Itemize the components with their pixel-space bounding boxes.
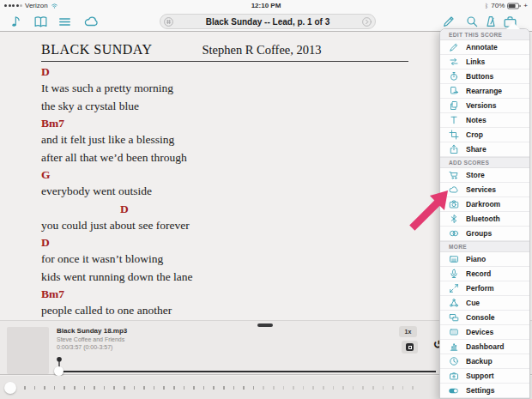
page-tick [412, 386, 414, 390]
page-tick [283, 386, 285, 390]
menu-item-label: Notes [466, 116, 487, 124]
versions-icon [448, 100, 459, 112]
page-tick [74, 386, 76, 390]
page-tick [383, 386, 384, 390]
menu-item-bluetooth[interactable]: Bluetooth [440, 212, 529, 227]
menu-item-label: Rearrange [466, 87, 502, 95]
menu-item-notes[interactable]: Notes [440, 113, 529, 128]
chevron-right-circle-icon[interactable] [361, 16, 372, 27]
menu-item-piano[interactable]: Piano [440, 252, 529, 267]
menu-section-header: ADD SCORES [440, 157, 529, 168]
cloud-icon [448, 184, 459, 196]
dashboard-icon [448, 342, 459, 353]
menu-item-groups[interactable]: Groups [440, 227, 529, 241]
menu-item-label: Store [466, 171, 485, 179]
devices-icon [448, 327, 459, 338]
menu-item-label: Crop [466, 130, 483, 139]
playback-speed-button[interactable]: 1x [399, 326, 417, 337]
menu-item-services[interactable]: Services [440, 183, 529, 197]
lyric-line: kids went running down the lane [41, 270, 408, 288]
title-bar[interactable]: Black Sunday -- Lead, p. 1 of 3 [160, 14, 376, 29]
page-tick [362, 386, 364, 390]
page-tick [203, 386, 205, 390]
page-tick [273, 386, 275, 390]
lyric-line: you could just about see forever [41, 219, 408, 237]
menu-item-backup[interactable]: Backup [440, 354, 529, 369]
menu-item-label: Darkroom [466, 200, 500, 209]
app-root: Verizon 12:10 PM ᛒ 70% + [0, 0, 532, 399]
loop-region-button[interactable] [402, 341, 418, 354]
menu-item-console[interactable]: Console [440, 311, 529, 325]
charging-indicator: + [523, 2, 528, 9]
book-icon[interactable] [33, 14, 48, 29]
menu-item-rearrange[interactable]: Rearrange [440, 84, 529, 99]
page-tick [104, 386, 106, 390]
chord-line: D [41, 65, 408, 82]
menu-item-buttons[interactable]: Buttons [440, 70, 529, 84]
page-tick [154, 386, 155, 390]
page-tick [263, 386, 264, 390]
crop-icon [448, 130, 459, 141]
search-icon[interactable] [464, 14, 480, 29]
seek-thumb[interactable] [54, 366, 63, 376]
scrubber-knob[interactable] [4, 382, 16, 394]
score-header: BLACK SUNDAY Stephen R Coffee, 2013 [41, 42, 408, 62]
rearrange-icon [448, 86, 459, 97]
song-credit: Stephen R Coffee, 2013 [202, 43, 321, 57]
menu-item-label: Bluetooth [466, 215, 500, 223]
battery-icon [507, 3, 521, 9]
menu-item-record[interactable]: Record [440, 267, 529, 281]
song-title: BLACK SUNDAY [41, 42, 152, 57]
score-page: BLACK SUNDAY Stephen R Coffee, 2013 DIt … [41, 42, 408, 322]
menu-item-support[interactable]: Support [440, 369, 529, 384]
seek-bar[interactable] [57, 371, 436, 372]
page-tick [54, 386, 56, 390]
menu-item-devices[interactable]: Devices [440, 325, 529, 340]
grid-circle-icon[interactable] [163, 16, 174, 27]
page-tick [173, 386, 175, 390]
menu-item-label: Support [466, 372, 494, 380]
menu-item-cue[interactable]: Cue [440, 296, 529, 311]
support-icon [448, 371, 459, 382]
menu-item-share[interactable]: Share [440, 142, 529, 157]
lyric-line: and it felt just like a blessing [41, 133, 408, 151]
page-tick [124, 386, 125, 390]
toggle-icon [448, 385, 459, 396]
share-icon [448, 144, 459, 155]
track-artist: Steve Coffee and Friends [57, 336, 127, 342]
drag-handle[interactable] [257, 323, 273, 327]
page-tick [402, 386, 404, 390]
menu-item-label: Perform [466, 284, 494, 293]
menu-item-versions[interactable]: Versions [440, 99, 529, 113]
menu-item-darkroom[interactable]: Darkroom [440, 197, 529, 212]
metronome-icon[interactable] [483, 14, 499, 29]
links-icon [448, 57, 459, 68]
cloud-icon[interactable] [84, 14, 100, 29]
pencil-icon[interactable] [441, 14, 456, 29]
menu-item-label: Piano [466, 255, 486, 263]
camera-icon [448, 199, 459, 210]
menu-item-crop[interactable]: Crop [440, 128, 529, 142]
menu-icon[interactable] [57, 14, 72, 29]
menu-item-perform[interactable]: Perform [440, 281, 529, 296]
signal-strength-icon [4, 4, 22, 7]
menu-item-annotate[interactable]: Annotate [440, 40, 529, 55]
menu-item-settings[interactable]: Settings [440, 384, 529, 398]
status-left: Verizon [4, 2, 58, 9]
stopwatch-icon [448, 71, 459, 82]
track-info: Black Sunday 18.mp3 Steve Coffee and Fri… [57, 327, 127, 350]
menu-item-label: Console [466, 313, 495, 322]
menu-item-dashboard[interactable]: Dashboard [440, 340, 529, 354]
note-icon[interactable] [9, 14, 24, 29]
page-tick [113, 386, 115, 390]
menu-item-label: Annotate [466, 43, 498, 51]
page-tick [293, 386, 294, 390]
menu-item-label: Record [466, 269, 491, 278]
album-art[interactable] [7, 327, 49, 374]
menu-item-links[interactable]: Links [440, 55, 529, 70]
menu-item-label: Devices [466, 328, 493, 336]
menu-item-store[interactable]: Store [440, 168, 529, 183]
groups-icon [448, 228, 459, 239]
page-tick [44, 386, 45, 390]
carrier-label: Verizon [25, 2, 48, 9]
